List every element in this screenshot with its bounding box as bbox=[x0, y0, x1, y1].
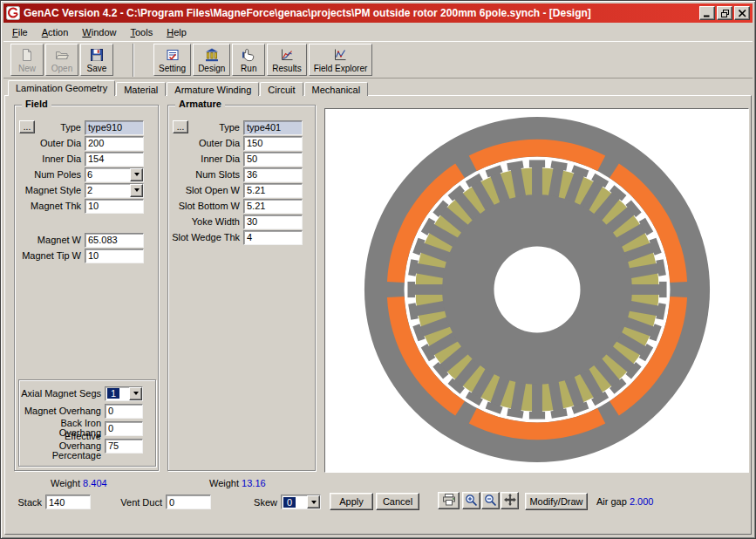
field-weight-value: 8.404 bbox=[83, 478, 107, 488]
yoke-width-input[interactable] bbox=[243, 215, 303, 229]
tab-armature-winding[interactable]: Armature Winding bbox=[167, 82, 259, 96]
magnet-overhang-input[interactable] bbox=[105, 404, 143, 419]
menu-file[interactable]: File bbox=[5, 25, 35, 39]
menu-tools[interactable]: Tools bbox=[123, 25, 160, 39]
armature-rows: Typetype401Outer DiaInner DiaNum SlotsSl… bbox=[170, 119, 313, 245]
slot-wedge-thk-input[interactable] bbox=[243, 230, 303, 245]
outer-dia-label: Outer Dia bbox=[170, 139, 243, 148]
row-magnet-overhang: Magnet Overhang bbox=[21, 402, 153, 420]
stack-input[interactable] bbox=[45, 495, 91, 509]
row-yoke-width: Yoke Width bbox=[170, 214, 313, 229]
armature-weight-label: Weight bbox=[209, 478, 239, 488]
vent-duct-input[interactable] bbox=[166, 495, 211, 509]
field-weight-label: Weight bbox=[51, 478, 80, 488]
skew-combo[interactable]: 0 bbox=[281, 495, 321, 509]
print-button[interactable] bbox=[438, 492, 460, 509]
app-window: GenAC Version 4.2 - C:\Program Files\Mag… bbox=[0, 0, 756, 539]
save-label: Save bbox=[87, 64, 107, 73]
magnet-style-label: Magnet Style bbox=[17, 186, 85, 195]
field-group-legend: Field bbox=[22, 99, 51, 109]
effective-overhang-percentage-input[interactable] bbox=[105, 439, 143, 454]
design-canvas[interactable] bbox=[324, 108, 749, 473]
type-value[interactable]: type401 bbox=[243, 120, 303, 135]
magnet-w-input[interactable] bbox=[85, 233, 144, 248]
restore-button[interactable] bbox=[717, 6, 732, 20]
row-inner-dia: Inner Dia bbox=[170, 151, 313, 167]
tab-lamination-geometry[interactable]: Lamination Geometry bbox=[8, 80, 115, 96]
results-button[interactable]: Results bbox=[267, 44, 306, 76]
row-outer-dia: Outer Dia bbox=[170, 135, 313, 151]
tab-mechanical[interactable]: Mechanical bbox=[304, 82, 369, 96]
outer-dia-input[interactable] bbox=[243, 136, 303, 151]
save-icon bbox=[89, 48, 105, 63]
row-slot-bottom-w: Slot Bottom W bbox=[170, 198, 313, 214]
new-icon bbox=[19, 48, 35, 63]
zoom-out-button[interactable] bbox=[481, 492, 500, 509]
magnet-tip-w-input[interactable] bbox=[85, 249, 144, 263]
new-label: New bbox=[18, 64, 36, 73]
lamination-geometry-page: Field ... Typetype910Outer DiaInner DiaN… bbox=[4, 95, 752, 535]
zoom-in-icon bbox=[465, 494, 478, 508]
setting-label: Setting bbox=[159, 64, 186, 73]
tab-strip: Lamination GeometryMaterialArmature Wind… bbox=[8, 80, 369, 96]
axial-magnet-segs-combo-value: 1 bbox=[106, 387, 129, 400]
inner-dia-label: Inner Dia bbox=[17, 154, 85, 164]
row-slot-open-w: Slot Open W bbox=[170, 182, 313, 198]
back-iron-overhang-input[interactable] bbox=[105, 421, 143, 436]
save-button[interactable]: Save bbox=[80, 44, 113, 76]
field-group: Field ... Typetype910Outer DiaInner DiaN… bbox=[14, 105, 159, 471]
slot-bottom-w-label: Slot Bottom W bbox=[170, 201, 243, 211]
axial-magnet-segs-label: Axial Magnet Segs bbox=[21, 389, 105, 399]
zoom-in-button[interactable] bbox=[462, 492, 480, 509]
close-button[interactable] bbox=[734, 6, 750, 20]
magnet-thk-input[interactable] bbox=[85, 199, 144, 214]
num-poles-combo[interactable]: 6 bbox=[85, 167, 144, 182]
cancel-button[interactable]: Cancel bbox=[376, 493, 419, 510]
magnet-thk-label: Magnet Thk bbox=[17, 201, 85, 211]
apply-button[interactable]: Apply bbox=[330, 493, 373, 510]
axial-magnet-segs-combo[interactable]: 1 bbox=[105, 386, 143, 401]
field-explorer-button[interactable]: Field Explorer bbox=[309, 44, 373, 76]
type-value[interactable]: type910 bbox=[85, 120, 144, 135]
tab-material[interactable]: Material bbox=[116, 82, 166, 96]
armature-weight: Weight 13.16 bbox=[209, 478, 266, 488]
magnet-style-combo[interactable]: 2 bbox=[85, 183, 144, 198]
effective-overhang-percentage-label: Effective Overhang Percentage bbox=[21, 432, 105, 461]
row-magnet-w: Magnet W bbox=[17, 232, 156, 248]
chevron-down-icon[interactable] bbox=[307, 495, 320, 508]
field-rows: Typetype910Outer DiaInner DiaNum Poles6M… bbox=[17, 119, 156, 263]
menu-help[interactable]: Help bbox=[160, 25, 194, 39]
slot-open-w-label: Slot Open W bbox=[170, 186, 243, 195]
pan-button[interactable] bbox=[501, 492, 519, 509]
menu-window[interactable]: Window bbox=[75, 25, 123, 39]
magnet-tip-w-label: Magnet Tip W bbox=[17, 251, 85, 261]
num-slots-input[interactable] bbox=[243, 167, 303, 182]
run-button[interactable]: Run bbox=[232, 44, 265, 76]
setting-button[interactable]: Setting bbox=[153, 44, 191, 76]
row-magnet-style: Magnet Style2 bbox=[17, 182, 156, 198]
overhang-box: Axial Magnet Segs1Magnet OverhangBack Ir… bbox=[18, 379, 156, 467]
open-label: Open bbox=[51, 64, 72, 73]
row-slot-wedge-thk: Slot Wedge Thk bbox=[170, 229, 313, 245]
row-type: Typetype910 bbox=[17, 119, 156, 135]
tab-circuit[interactable]: Circuit bbox=[260, 82, 303, 96]
num-slots-label: Num Slots bbox=[170, 170, 243, 180]
app-logo-icon bbox=[6, 6, 20, 20]
minimize-button[interactable] bbox=[699, 6, 715, 20]
outer-dia-input[interactable] bbox=[85, 136, 144, 151]
modify-draw-button[interactable]: Modify/Draw bbox=[525, 493, 588, 510]
chevron-down-icon[interactable] bbox=[129, 387, 142, 400]
new-button: New bbox=[10, 44, 44, 76]
slot-open-w-input[interactable] bbox=[243, 183, 303, 198]
menu-action[interactable]: Action bbox=[35, 25, 76, 39]
inner-dia-input[interactable] bbox=[85, 152, 144, 167]
field-explorer-label: Field Explorer bbox=[314, 64, 368, 73]
inner-dia-input[interactable] bbox=[243, 152, 303, 167]
motor-cross-section bbox=[359, 112, 715, 469]
design-button[interactable]: Design bbox=[193, 44, 230, 76]
chevron-down-icon[interactable] bbox=[130, 184, 143, 197]
chevron-down-icon[interactable] bbox=[130, 168, 143, 181]
toolbar: NewOpenSaveSettingDesignRunResultsField … bbox=[3, 41, 753, 78]
slot-bottom-w-input[interactable] bbox=[243, 199, 303, 214]
armature-group-legend: Armature bbox=[175, 99, 225, 109]
